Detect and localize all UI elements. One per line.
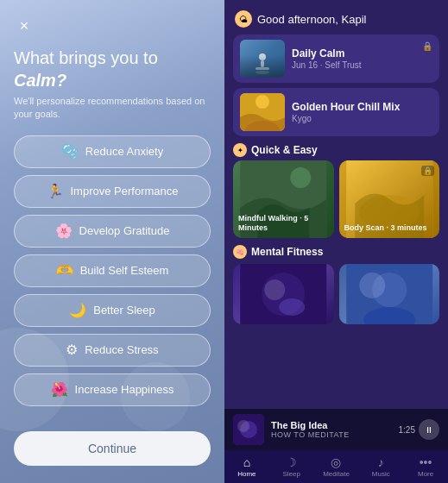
home-icon: ⌂ (243, 455, 250, 469)
goal-develop-gratitude[interactable]: 🌸 Develop Gratitude (14, 215, 211, 248)
daily-calm-info: Daily Calm Jun 16 · Self Trust (292, 47, 432, 70)
nav-music[interactable]: ♪ Music (358, 452, 403, 481)
quick-easy-section: ✦ Quick & Easy (224, 136, 448, 160)
goal-label: Reduce Stress (85, 343, 158, 356)
mental-fitness-icon: 🧠 (233, 245, 247, 259)
nav-home[interactable]: ⌂ Home (224, 452, 269, 481)
now-playing-bar: The Big Idea HOW TO MEDITATE 1:25 ⏸ (224, 409, 448, 450)
featured-cards: Daily Calm Jun 16 · Self Trust 🔒 Golden … (224, 34, 448, 136)
greeting-icon: 🌤 (235, 10, 252, 28)
goal-label: Reduce Anxiety (85, 145, 163, 158)
body-scan-lock-icon: 🔒 (421, 166, 434, 176)
left-panel: × What brings you to Calm? We'll persona… (0, 0, 224, 483)
nav-home-label: Home (237, 470, 256, 478)
mental-fitness-section: 🧠 Mental Fitness (224, 238, 448, 262)
svg-point-14 (264, 279, 285, 300)
goal-label: Improve Performance (71, 185, 179, 198)
sleep-card[interactable] (339, 264, 440, 324)
svg-point-19 (359, 273, 385, 298)
title-brand: Calm? (14, 71, 66, 90)
quick-easy-icon: ✦ (233, 143, 247, 157)
playing-sub: HOW TO MEDITATE (271, 430, 392, 439)
sleep-icon: ☽ (286, 455, 297, 469)
goal-better-sleep[interactable]: 🌙 Better Sleep (14, 294, 211, 327)
walking-label: Mindful Walking · 5 Minutes (238, 214, 329, 233)
nav-sleep-label: Sleep (282, 470, 300, 478)
golden-hour-sub: Kygo (292, 114, 432, 123)
svg-point-2 (259, 53, 266, 60)
goal-improve-performance[interactable]: 🏃 Improve Performance (14, 175, 211, 208)
svg-point-5 (256, 95, 269, 109)
play-pause-button[interactable]: ⏸ (419, 419, 439, 440)
playing-time: 1:25 (399, 425, 415, 435)
walking-card[interactable]: Mindful Walking · 5 Minutes (233, 160, 334, 238)
lock-icon: 🔒 (422, 41, 432, 51)
meditate-icon: ◎ (331, 455, 341, 469)
svg-point-0 (256, 71, 269, 74)
reduce-stress-icon: ⚙ (66, 343, 78, 357)
develop-gratitude-icon: 🌸 (55, 224, 73, 238)
quick-cards: Mindful Walking · 5 Minutes 🔒 Body Scan … (224, 160, 448, 238)
body-scan-label: Body Scan · 3 minutes (344, 223, 435, 233)
svg-rect-3 (261, 60, 264, 67)
music-icon: ♪ (378, 455, 384, 469)
big-idea-art (233, 264, 334, 324)
golden-hour-card[interactable]: Golden Hour Chill Mix Kygo (233, 88, 439, 136)
playing-controls: 1:25 ⏸ (399, 419, 439, 440)
reduce-anxiety-icon: 🫧 (61, 145, 79, 159)
nav-sleep[interactable]: ☽ Sleep (269, 452, 314, 481)
body-scan-card[interactable]: 🔒 Body Scan · 3 minutes (339, 160, 440, 238)
title-prefix: What brings you to (14, 48, 158, 67)
golden-hour-info: Golden Hour Chill Mix Kygo (292, 101, 432, 123)
big-idea-card[interactable] (233, 264, 334, 324)
close-button[interactable]: × (14, 16, 35, 36)
svg-point-22 (237, 420, 249, 432)
golden-hour-art (240, 93, 285, 131)
daily-calm-title: Daily Calm (292, 47, 432, 60)
better-sleep-icon: 🌙 (69, 304, 86, 317)
golden-hour-title: Golden Hour Chill Mix (292, 101, 432, 113)
goal-label: Better Sleep (93, 304, 155, 317)
sleep-art (339, 264, 440, 324)
playing-thumb-art (233, 414, 264, 445)
svg-point-8 (290, 167, 311, 188)
nav-more[interactable]: ••• More (403, 452, 448, 481)
greeting-bar: 🌤 Good afternoon, Kapil (224, 0, 448, 34)
goal-label: Develop Gratitude (79, 224, 170, 237)
continue-button[interactable]: Continue (14, 431, 211, 466)
nav-meditate-label: Meditate (323, 470, 350, 478)
nav-music-label: Music (372, 470, 390, 478)
build-self-esteem-icon: 🫶 (56, 264, 73, 278)
left-subtitle: We'll personalize recommendations based … (14, 95, 211, 122)
svg-rect-1 (256, 67, 269, 70)
daily-calm-thumbnail (240, 40, 285, 78)
mental-fitness-label: Mental Fitness (251, 246, 323, 258)
greeting-text: Good afternoon, Kapil (257, 13, 366, 26)
goal-build-self-esteem[interactable]: 🫶 Build Self Esteem (14, 254, 211, 287)
bottom-nav: ⌂ Home ☽ Sleep ◎ Meditate ♪ Music ••• Mo… (224, 450, 448, 483)
right-panel: 🌤 Good afternoon, Kapil Daily Calm Jun 1… (224, 0, 448, 483)
goal-label: Build Self Esteem (80, 264, 169, 277)
svg-point-15 (279, 298, 305, 316)
more-icon: ••• (420, 455, 432, 469)
daily-calm-sub: Jun 16 · Self Trust (292, 60, 432, 70)
nav-more-label: More (418, 470, 433, 478)
playing-thumbnail (233, 414, 264, 445)
playing-info: The Big Idea HOW TO MEDITATE (271, 420, 392, 439)
playing-title: The Big Idea (271, 420, 392, 430)
goal-reduce-anxiety[interactable]: 🫧 Reduce Anxiety (14, 135, 211, 168)
mental-cards (224, 264, 448, 324)
left-title: What brings you to Calm? (14, 47, 211, 91)
golden-hour-thumbnail (240, 93, 285, 131)
daily-calm-card[interactable]: Daily Calm Jun 16 · Self Trust 🔒 (233, 34, 439, 83)
improve-performance-icon: 🏃 (47, 185, 64, 198)
quick-easy-label: Quick & Easy (251, 144, 318, 156)
surf-figure-icon (254, 50, 271, 74)
nav-meditate[interactable]: ◎ Meditate (314, 452, 359, 481)
